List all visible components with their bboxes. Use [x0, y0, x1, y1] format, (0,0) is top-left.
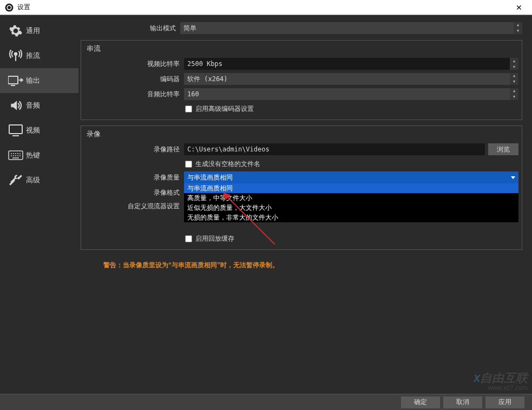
record-quality-dropdown: 与串流画质相同 高质量，中等文件大小 近似无损的质量，大文件大小 无损的质量，非…	[184, 183, 518, 222]
dropdown-option[interactable]: 高质量，中等文件大小	[184, 193, 518, 203]
record-path-label: 录像路径	[84, 145, 184, 154]
audio-bitrate-label: 音频比特率	[84, 90, 184, 99]
encoder-select[interactable]: 软件 (x264) ▲▼	[184, 73, 518, 85]
sidebar-item-label: 推流	[26, 51, 40, 61]
svg-rect-4	[8, 76, 18, 84]
record-format-label: 录像格式	[84, 188, 184, 197]
ok-button[interactable]: 确定	[401, 396, 440, 408]
recording-fieldset: 录像 录像路径 浏览 生成没有空格的文件名 录像质量 与串流画质相同 与串流画质…	[81, 125, 522, 250]
antenna-icon	[8, 48, 24, 63]
muxer-label: 自定义混流器设置	[84, 202, 184, 211]
svg-point-3	[15, 53, 17, 55]
streaming-fieldset: 串流 视频比特率 ▲▼ 编码器 软件 (x264) ▲▼ 音频比特率	[81, 40, 522, 120]
keyboard-icon	[8, 148, 24, 163]
encoder-label: 编码器	[84, 75, 184, 84]
svg-rect-5	[11, 85, 15, 86]
dropdown-option[interactable]: 无损的质量，非常大的文件大小	[184, 213, 518, 222]
warning-text: 警告：当录像质里设为“与串流画质相同”时，无法暂停录制。	[81, 255, 522, 270]
audio-bitrate-value: 160	[187, 90, 199, 98]
sidebar-item-hotkeys[interactable]: 热键	[0, 143, 78, 168]
spinner-icon[interactable]: ▲▼	[510, 58, 518, 70]
close-icon[interactable]: ✕	[508, 3, 530, 12]
record-quality-label: 录像质量	[84, 173, 184, 182]
adv-encoder-label: 启用高级编码器设置	[195, 104, 254, 114]
replay-label: 启用回放缓存	[195, 234, 234, 243]
footer: 确定 取消 应用	[0, 394, 532, 410]
sidebar-item-label: 输出	[26, 76, 40, 85]
output-mode-label: 输出模式	[81, 24, 180, 33]
recording-legend: 录像	[87, 129, 518, 139]
no-space-checkbox[interactable]	[185, 161, 192, 168]
video-bitrate-label: 视频比特率	[84, 59, 184, 69]
sidebar: 通用 推流 输出 音频 视频 热键 高级	[0, 15, 78, 394]
record-path-input[interactable]	[184, 143, 485, 155]
streaming-legend: 串流	[87, 44, 518, 54]
sidebar-item-stream[interactable]: 推流	[0, 43, 78, 68]
svg-point-2	[8, 6, 11, 9]
sidebar-item-label: 热键	[26, 150, 40, 160]
dropdown-option[interactable]: 与串流画质相同	[184, 183, 518, 193]
video-bitrate-input[interactable]	[184, 58, 510, 70]
sidebar-item-label: 高级	[26, 175, 40, 185]
record-quality-select[interactable]: 与串流画质相同 与串流画质相同 高质量，中等文件大小 近似无损的质量，大文件大小…	[184, 171, 518, 183]
gear-icon	[8, 23, 24, 38]
dropdown-option[interactable]: 近似无损的质量，大文件大小	[184, 203, 518, 213]
replay-checkbox[interactable]	[185, 235, 192, 242]
sidebar-item-general[interactable]: 通用	[0, 18, 78, 43]
output-mode-value: 简单	[183, 24, 196, 33]
audio-bitrate-select[interactable]: 160 ▲▼	[184, 88, 518, 100]
no-space-label: 生成没有空格的文件名	[195, 160, 260, 169]
browse-button[interactable]: 浏览	[488, 143, 518, 155]
titlebar: 设置 ✕	[0, 0, 532, 15]
monitor-icon	[8, 123, 24, 138]
obs-icon	[4, 3, 14, 12]
cancel-button[interactable]: 取消	[443, 396, 482, 408]
sidebar-item-audio[interactable]: 音频	[0, 93, 78, 118]
output-mode-select[interactable]: 简单 ▲▼	[180, 22, 522, 34]
window-title: 设置	[17, 3, 508, 12]
adv-encoder-checkbox[interactable]	[185, 105, 192, 113]
svg-rect-6	[9, 125, 22, 134]
sidebar-item-label: 视频	[26, 125, 40, 135]
content-panel: 输出模式 简单 ▲▼ 串流 视频比特率 ▲▼ 编码器	[78, 15, 532, 394]
speaker-icon	[8, 98, 24, 113]
spinner-icon[interactable]: ▲▼	[510, 88, 518, 100]
record-quality-value: 与串流画质相同	[187, 173, 233, 182]
tools-icon	[8, 173, 24, 188]
sidebar-item-label: 音频	[26, 101, 40, 110]
spinner-icon[interactable]: ▲▼	[510, 73, 518, 85]
sidebar-item-output[interactable]: 输出	[0, 68, 78, 93]
spinner-icon[interactable]: ▲▼	[514, 22, 522, 34]
output-icon	[8, 73, 24, 88]
encoder-value: 软件 (x264)	[187, 75, 228, 84]
sidebar-item-advanced[interactable]: 高级	[0, 168, 78, 193]
apply-button[interactable]: 应用	[485, 396, 524, 408]
sidebar-item-video[interactable]: 视频	[0, 118, 78, 143]
sidebar-item-label: 通用	[26, 26, 40, 36]
